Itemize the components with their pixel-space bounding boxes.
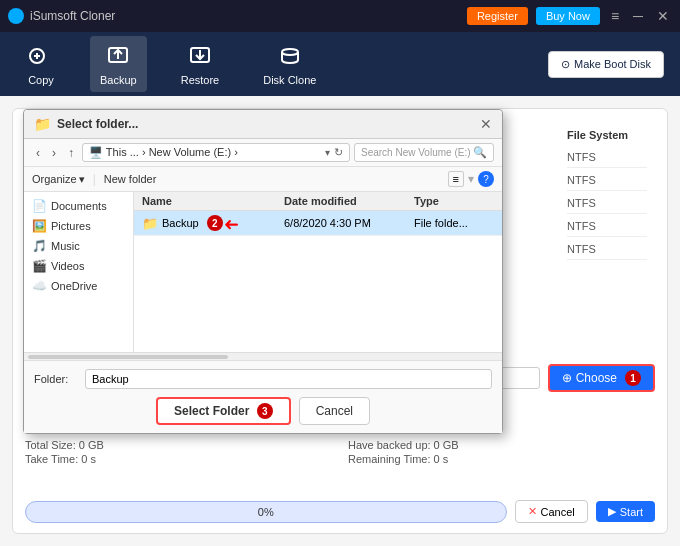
dialog-close-button[interactable]: ✕ [480, 116, 492, 132]
nav-back-button[interactable]: ‹ [32, 144, 44, 162]
file-list: Name Date modified Type 📁 Backup 2 6/8/2… [134, 192, 502, 352]
file-row-backup[interactable]: 📁 Backup 2 6/8/2020 4:30 PM File folde..… [134, 211, 502, 236]
make-boot-disk-label: Make Boot Disk [574, 58, 651, 70]
documents-icon: 📄 [32, 199, 47, 213]
organize-dropdown-icon: ▾ [79, 173, 85, 186]
new-folder-button[interactable]: New folder [104, 173, 157, 185]
svg-point-5 [282, 49, 298, 55]
nav-forward-button[interactable]: › [48, 144, 60, 162]
toolbar-backup[interactable]: Backup [90, 36, 147, 92]
step2-badge: 2 [207, 215, 223, 231]
refresh-nav-icon[interactable]: ↻ [334, 146, 343, 159]
title-bar: iSumsoft Cloner Register Buy Now ≡ ─ ✕ [0, 0, 680, 32]
search-placeholder: Search New Volume (E:) [361, 147, 471, 158]
sidebar-music[interactable]: 🎵 Music [24, 236, 133, 256]
step3-badge: 3 [257, 403, 273, 419]
search-bar[interactable]: Search New Volume (E:) 🔍 [354, 143, 494, 162]
disk-clone-icon [276, 42, 304, 70]
select-folder-dialog: 📁 Select folder... ✕ ‹ › ↑ 🖥️ This ... ›… [23, 109, 503, 434]
close-icon[interactable]: ✕ [654, 8, 672, 24]
onedrive-icon: ☁️ [32, 279, 47, 293]
sidebar-videos[interactable]: 🎬 Videos [24, 256, 133, 276]
minimize-icon[interactable]: ─ [630, 8, 646, 24]
title-bar-buttons: Register Buy Now ≡ ─ ✕ [467, 7, 672, 25]
toolbar-restore[interactable]: Restore [171, 36, 230, 92]
documents-label: Documents [51, 200, 107, 212]
col-name-header: Name [142, 195, 284, 207]
organize-label: Organize [32, 173, 77, 185]
toolbar-separator: | [93, 172, 96, 186]
backup-icon [104, 42, 132, 70]
videos-icon: 🎬 [32, 259, 47, 273]
dialog-sidebar: 📄 Documents 🖼️ Pictures 🎵 Music 🎬 [24, 192, 134, 352]
folder-input-row: Folder: [34, 369, 492, 389]
dialog-title: Select folder... [57, 117, 138, 131]
music-icon: 🎵 [32, 239, 47, 253]
dialog-cancel-button[interactable]: Cancel [299, 397, 370, 425]
videos-label: Videos [51, 260, 84, 272]
pictures-icon: 🖼️ [32, 219, 47, 233]
red-arrow-icon: ➜ [224, 214, 239, 236]
help-button[interactable]: ? [478, 171, 494, 187]
restore-icon [186, 42, 214, 70]
menu-icon[interactable]: ≡ [608, 8, 622, 24]
copy-label: Copy [28, 74, 54, 86]
onedrive-label: OneDrive [51, 280, 97, 292]
copy-icon [27, 42, 55, 70]
sidebar-documents[interactable]: 📄 Documents [24, 196, 133, 216]
file-name: 📁 Backup 2 [142, 215, 284, 231]
dialog-actions: Select Folder 3 Cancel [34, 397, 492, 425]
help-icon: ? [483, 174, 489, 185]
dialog-titlebar: 📁 Select folder... ✕ [24, 110, 502, 139]
dialog-overlay: 📁 Select folder... ✕ ‹ › ↑ 🖥️ This ... ›… [13, 109, 667, 533]
folder-icon: 📁 [142, 216, 158, 231]
disk-clone-label: Disk Clone [263, 74, 316, 86]
toolbar-disk-clone[interactable]: Disk Clone [253, 36, 326, 92]
restore-label: Restore [181, 74, 220, 86]
nav-up-button[interactable]: ↑ [64, 144, 78, 162]
search-icon: 🔍 [473, 146, 487, 159]
select-folder-label: Select Folder [174, 404, 249, 418]
breadcrumb: 🖥️ This ... › New Volume (E:) › ▾ ↻ [82, 143, 350, 162]
folder-input[interactable] [85, 369, 492, 389]
sidebar-pictures[interactable]: 🖼️ Pictures [24, 216, 133, 236]
buy-button[interactable]: Buy Now [536, 7, 600, 25]
scroll-thumb [28, 355, 228, 359]
col-date-header: Date modified [284, 195, 414, 207]
organize-button[interactable]: Organize ▾ [32, 173, 85, 186]
file-type: File folde... [414, 217, 494, 229]
backup-panel: File System NTFS NTFS NTFS NTFS NTFS 📁 S… [12, 108, 668, 534]
file-date: 6/8/2020 4:30 PM [284, 217, 414, 229]
pictures-label: Pictures [51, 220, 91, 232]
toolbar: Copy Backup Restore Disk Clone ⊙ Make Bo… [0, 32, 680, 96]
file-list-header: Name Date modified Type [134, 192, 502, 211]
backup-label: Backup [100, 74, 137, 86]
register-button[interactable]: Register [467, 7, 528, 25]
folder-label: Folder: [34, 373, 79, 385]
select-folder-button[interactable]: Select Folder 3 [156, 397, 291, 425]
col-type-header: Type [414, 195, 494, 207]
breadcrumb-dropdown[interactable]: ▾ [325, 147, 330, 158]
file-name-text: Backup [162, 217, 199, 229]
dialog-nav: ‹ › ↑ 🖥️ This ... › New Volume (E:) › ▾ … [24, 139, 502, 167]
dialog-inner-toolbar: Organize ▾ | New folder ≡ ▾ ? [24, 167, 502, 192]
scroll-bar[interactable] [24, 352, 502, 360]
make-boot-disk-button[interactable]: ⊙ Make Boot Disk [548, 51, 664, 78]
view-separator: ▾ [468, 172, 474, 186]
sidebar-onedrive[interactable]: ☁️ OneDrive [24, 276, 133, 296]
refresh-icon: ⊙ [561, 58, 570, 71]
dialog-title-content: 📁 Select folder... [34, 116, 138, 132]
view-list-button[interactable]: ≡ [448, 171, 464, 187]
app-title: iSumsoft Cloner [30, 9, 467, 23]
app-logo [8, 8, 24, 24]
main-content: File System NTFS NTFS NTFS NTFS NTFS 📁 S… [0, 96, 680, 546]
dialog-footer: Folder: Select Folder 3 Cancel [24, 360, 502, 433]
folder-dialog-icon: 📁 [34, 116, 51, 132]
music-label: Music [51, 240, 80, 252]
dialog-body: 📄 Documents 🖼️ Pictures 🎵 Music 🎬 [24, 192, 502, 352]
breadcrumb-text: 🖥️ This ... › New Volume (E:) › [89, 146, 238, 159]
toolbar-copy[interactable]: Copy [16, 36, 66, 92]
